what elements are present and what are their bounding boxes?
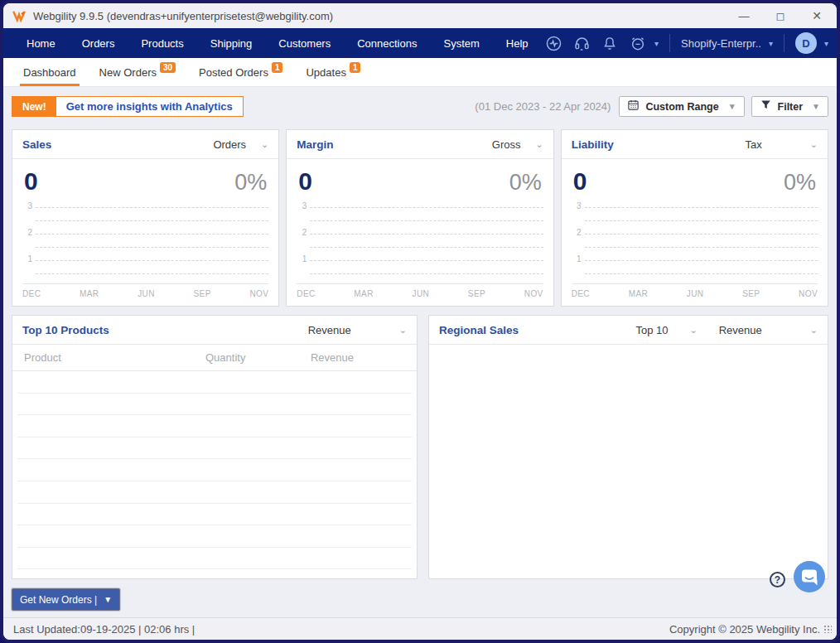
alarm-dropdown-caret-icon[interactable]: ▾ [654,39,659,48]
analytics-promo-label: Get more insights with Analytics [56,97,243,116]
custom-range-caret-icon: ▼ [728,102,736,111]
table-row [17,548,412,570]
liability-metric-dropdown[interactable]: Tax ⌄ [746,138,818,151]
liability-card-header: Liability Tax ⌄ [562,130,828,159]
top-products-header: Top 10 Products Revenue ⌄ [12,316,417,345]
menu-orders[interactable]: Orders [69,28,128,58]
footer-action-row: Get New Orders | ▼ [12,588,828,611]
kpi-card-row: Sales Orders ⌄ 0 0% 3 2 1 [12,129,828,307]
regional-sales-body [429,345,828,578]
store-selector[interactable]: Shopify-Enterpr.. [681,37,761,50]
sales-chart: 3 2 1 DEC MAR JUN SEP NOV [22,202,268,298]
get-new-orders-caret-icon: ▼ [104,595,112,604]
menu-shipping[interactable]: Shipping [197,28,266,58]
x-tick: JUN [412,289,429,298]
calendar-icon [627,99,640,114]
menubar-divider [784,34,784,52]
filter-dropdown[interactable]: Filter ▼ [751,96,828,117]
bell-icon[interactable] [601,35,618,52]
menu-products[interactable]: Products [128,28,196,58]
y-tick: 3 [297,201,307,210]
regional-sales-header: Regional Sales Top 10 ⌄ Revenue ⌄ [429,316,828,345]
menu-customers[interactable]: Customers [265,28,344,58]
liability-chart: 3 2 1 DEC MAR JUN SEP NOV [572,202,818,298]
title-bar: Webgility 9.9.5 (devendras+unifyenterpri… [3,3,837,28]
new-orders-count-badge: 30 [160,62,176,73]
column-header-quantity: Quantity [196,351,298,364]
table-row [17,481,412,504]
menu-help[interactable]: Help [493,28,542,58]
custom-range-dropdown[interactable]: Custom Range ▼ [619,96,744,117]
table-row [17,415,412,438]
last-updated-label: Last Updated:09-19-2025 | 02:06 hrs | [13,623,195,636]
sales-percent: 0% [234,170,267,196]
margin-card: Margin Gross ⌄ 0 0% 3 2 1 [286,129,553,307]
sales-card: Sales Orders ⌄ 0 0% 3 2 1 [12,129,279,307]
copyright-label: Copyright © 2025 Webgility Inc. [669,623,820,636]
margin-values: 0 0% [287,159,553,196]
x-tick: NOV [524,289,543,298]
margin-card-header: Margin Gross ⌄ [287,130,553,159]
y-tick: 2 [297,228,307,237]
user-avatar[interactable]: D [795,32,817,54]
resize-grip[interactable] [823,625,832,633]
menu-connections[interactable]: Connections [344,28,430,58]
margin-metric-dropdown[interactable]: Gross ⌄ [492,138,543,151]
x-tick: NOV [249,289,268,298]
chart-x-axis: DEC MAR JUN SEP NOV [572,283,818,298]
liability-percent: 0% [784,170,816,196]
table-row [17,459,412,481]
x-tick: DEC [297,289,315,298]
status-bar: Last Updated:09-19-2025 | 02:06 hrs | Co… [3,617,837,640]
metric-label: Revenue [308,324,351,336]
chevron-down-icon: ⌄ [535,139,543,150]
tab-posted-orders[interactable]: Posted Orders1 [187,66,294,86]
tab-updates[interactable]: Updates1 [294,66,372,86]
minimize-button[interactable]: — [726,3,762,28]
store-dropdown-caret-icon[interactable]: ▾ [769,39,773,48]
sales-metric-dropdown[interactable]: Orders ⌄ [213,138,268,151]
user-dropdown-caret-icon[interactable]: ▾ [824,39,828,48]
x-tick: JUN [138,289,155,298]
column-header-product: Product [24,351,196,364]
margin-percent: 0% [509,170,542,196]
metric-label: Gross [492,138,521,151]
x-tick: MAR [354,289,373,298]
x-tick: NOV [799,289,818,298]
maximize-button[interactable]: ◻ [762,3,799,28]
filter-label: Filter [778,101,804,113]
x-tick: DEC [572,289,590,298]
menu-system[interactable]: System [430,28,492,58]
card-title: Sales [22,138,51,151]
chevron-down-icon: ⌄ [261,139,268,150]
chevron-down-icon: ⌄ [690,325,698,336]
headset-icon[interactable] [573,35,591,52]
x-tick: SEP [468,289,485,298]
help-button[interactable]: ? [770,572,785,587]
activity-icon[interactable] [545,35,562,52]
table-row [17,504,412,526]
chart-x-axis: DEC MAR JUN SEP NOV [297,283,543,298]
card-title: Top 10 Products [22,324,109,336]
table-row [17,394,412,416]
analytics-promo-button[interactable]: New! Get more insights with Analytics [12,96,244,117]
get-new-orders-button[interactable]: Get New Orders | ▼ [12,588,120,611]
chat-launcher-button[interactable] [794,561,825,596]
x-tick: MAR [629,289,648,298]
x-tick: SEP [194,289,211,298]
filter-funnel-icon [760,99,772,114]
alarm-snooze-icon[interactable] [629,35,647,52]
close-button[interactable]: ✕ [799,3,835,28]
x-tick: MAR [80,289,99,298]
regional-metric-dropdown[interactable]: Revenue ⌄ [719,324,818,336]
sales-values: 0 0% [12,159,278,196]
tab-new-orders[interactable]: New Orders30 [88,66,187,86]
menu-home[interactable]: Home [13,28,69,58]
table-row [17,371,412,394]
menubar-divider [669,34,670,52]
chevron-down-icon: ⌄ [810,325,818,336]
menu-bar: Home Orders Products Shipping Customers … [3,28,837,58]
regional-top-dropdown[interactable]: Top 10 ⌄ [635,324,697,336]
products-metric-dropdown[interactable]: Revenue ⌄ [308,324,407,336]
tab-dashboard[interactable]: Dashboard [12,66,88,86]
